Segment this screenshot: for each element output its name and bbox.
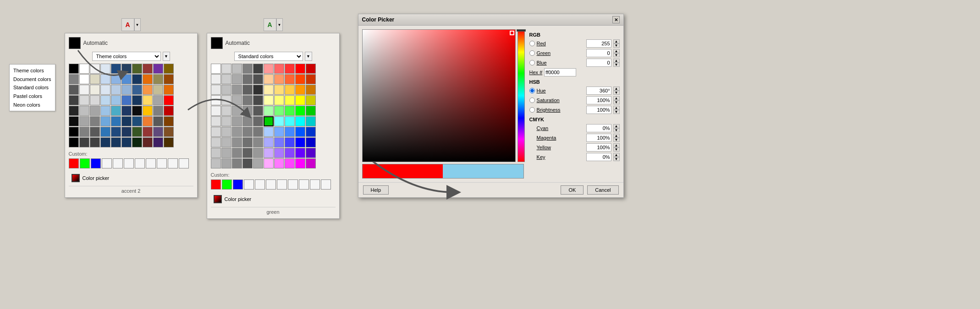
theme-cell-79[interactable]	[164, 137, 174, 147]
standard-cell-18[interactable]	[295, 74, 305, 84]
theme-cell-56[interactable]	[132, 116, 142, 126]
cyan-up[interactable]: ▲	[613, 124, 620, 128]
hex-input[interactable]	[544, 68, 576, 76]
key-label[interactable]: Key	[537, 154, 584, 160]
standard-cell-95[interactable]	[264, 158, 274, 168]
standard-cell-87[interactable]	[285, 148, 295, 158]
standard-cell-97[interactable]	[285, 158, 295, 168]
standard-cell-34[interactable]	[253, 95, 263, 105]
standard-cell-78[interactable]	[295, 137, 305, 147]
green-down[interactable]: ▼	[613, 53, 620, 57]
standard-cell-15[interactable]	[264, 74, 274, 84]
standard-cell-79[interactable]	[306, 137, 316, 147]
custom2-empty-9[interactable]	[310, 179, 320, 190]
standard-cell-11[interactable]	[221, 74, 231, 84]
sat-up[interactable]: ▲	[613, 96, 620, 100]
cyan-down[interactable]: ▼	[613, 128, 620, 132]
yellow-spinner[interactable]: ▲ ▼	[613, 143, 620, 152]
theme-cell-10[interactable]	[69, 74, 79, 84]
standard-cell-63[interactable]	[242, 127, 253, 137]
theme-cell-67[interactable]	[143, 127, 153, 137]
standard-cell-38[interactable]	[295, 95, 305, 105]
theme-cell-50[interactable]	[69, 116, 79, 126]
blue-input[interactable]	[586, 59, 611, 67]
theme-cell-74[interactable]	[111, 137, 121, 147]
standard-cell-4[interactable]	[253, 64, 263, 74]
standard-cell-13[interactable]	[242, 74, 253, 84]
standard-cell-41[interactable]	[221, 106, 231, 116]
standard-cell-67[interactable]	[285, 127, 295, 137]
red-down[interactable]: ▼	[613, 43, 620, 48]
custom2-empty-6[interactable]	[277, 179, 287, 190]
hex-label[interactable]: Hex #	[529, 70, 543, 75]
standard-cell-9[interactable]	[306, 64, 316, 74]
standard-cell-5[interactable]	[264, 64, 274, 74]
green-radio[interactable]	[529, 50, 535, 56]
theme-cell-23[interactable]	[100, 85, 110, 95]
green-up[interactable]: ▲	[613, 49, 620, 53]
help-button[interactable]: Help	[363, 185, 389, 195]
standard-cell-85[interactable]	[264, 148, 274, 158]
blue-radio[interactable]	[529, 60, 535, 65]
standard-cell-71[interactable]	[221, 137, 231, 147]
theme-cell-21[interactable]	[79, 85, 89, 95]
theme-cell-32[interactable]	[90, 95, 100, 105]
brightness-label[interactable]: Brightness	[537, 107, 584, 113]
theme-cell-31[interactable]	[79, 95, 89, 105]
theme-cell-9[interactable]	[164, 64, 174, 74]
standard-cell-45[interactable]	[264, 106, 274, 116]
bright-down[interactable]: ▼	[613, 110, 620, 114]
panel2-dropdown-arrow[interactable]: ▼	[276, 18, 283, 31]
menu-item-pastel[interactable]: Pastel colors	[13, 92, 51, 101]
standard-cell-73[interactable]	[242, 137, 253, 147]
color-type-menu[interactable]: Theme colors Document colors Standard co…	[9, 64, 55, 111]
standard-cell-70[interactable]	[211, 137, 221, 147]
blue-up[interactable]: ▲	[613, 59, 620, 63]
hue-input[interactable]	[586, 87, 611, 95]
theme-cell-66[interactable]	[132, 127, 142, 137]
theme-cell-54[interactable]	[111, 116, 121, 126]
theme-cell-7[interactable]	[143, 64, 153, 74]
standard-cell-32[interactable]	[232, 95, 242, 105]
standard-cell-83[interactable]	[242, 148, 253, 158]
standard-cell-96[interactable]	[274, 158, 284, 168]
mag-down[interactable]: ▼	[613, 138, 620, 142]
panel1-color-type[interactable]: Theme colors Document colors Standard co…	[92, 52, 161, 61]
standard-cell-94[interactable]	[253, 158, 263, 168]
theme-cell-68[interactable]	[153, 127, 163, 137]
yellow-up[interactable]: ▲	[613, 143, 620, 147]
yellow-label[interactable]: Yellow	[537, 145, 584, 150]
theme-cell-2[interactable]	[90, 64, 100, 74]
theme-cell-73[interactable]	[100, 137, 110, 147]
standard-cell-40[interactable]	[211, 106, 221, 116]
key-up[interactable]: ▲	[613, 153, 620, 157]
green-label[interactable]: Green	[537, 50, 584, 56]
standard-cell-26[interactable]	[274, 85, 284, 95]
cyan-label[interactable]: Cyan	[537, 125, 584, 131]
ok-button[interactable]: OK	[561, 185, 584, 195]
standard-cell-30[interactable]	[211, 95, 221, 105]
custom1-cell-2[interactable]	[91, 158, 101, 168]
custom1-empty-5[interactable]	[124, 158, 134, 168]
custom2-empty-4[interactable]	[255, 179, 265, 190]
panel1-dropdown-arrow[interactable]: ▼	[134, 18, 141, 31]
standard-cell-66[interactable]	[274, 127, 284, 137]
standard-cell-86[interactable]	[274, 148, 284, 158]
standard-cell-49[interactable]	[306, 106, 316, 116]
theme-cell-58[interactable]	[153, 116, 163, 126]
custom1-empty-10[interactable]	[179, 158, 189, 168]
standard-cell-28[interactable]	[295, 85, 305, 95]
theme-cell-57[interactable]	[143, 116, 153, 126]
theme-cell-16[interactable]	[132, 74, 142, 84]
theme-cell-17[interactable]	[143, 74, 153, 84]
theme-cell-45[interactable]	[121, 106, 132, 116]
standard-cell-22[interactable]	[232, 85, 242, 95]
cyan-input[interactable]	[586, 124, 611, 132]
standard-cell-92[interactable]	[232, 158, 242, 168]
bright-up[interactable]: ▲	[613, 106, 620, 110]
red-spinner[interactable]: ▲ ▼	[613, 39, 620, 48]
standard-cell-60[interactable]	[211, 127, 221, 137]
menu-item-standard[interactable]: Standard colors	[13, 83, 51, 92]
custom2-empty-8[interactable]	[299, 179, 309, 190]
cancel-button[interactable]: Cancel	[587, 185, 618, 195]
